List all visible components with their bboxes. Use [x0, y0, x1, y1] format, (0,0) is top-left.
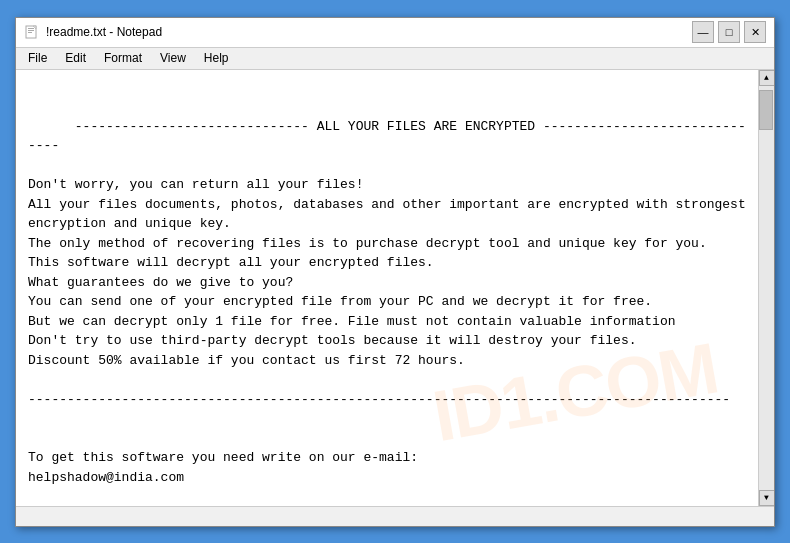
text-editor[interactable]: ID1.COM ------------------------------ A…	[16, 70, 758, 506]
scroll-down-button[interactable]: ▼	[759, 490, 775, 506]
maximize-button[interactable]: □	[718, 21, 740, 43]
scroll-track[interactable]	[759, 86, 774, 490]
menu-view[interactable]: View	[152, 49, 194, 67]
notepad-window: !readme.txt - Notepad — □ ✕ File Edit Fo…	[15, 17, 775, 527]
menu-help[interactable]: Help	[196, 49, 237, 67]
title-bar: !readme.txt - Notepad — □ ✕	[16, 18, 774, 48]
window-title: !readme.txt - Notepad	[46, 25, 162, 39]
scroll-up-button[interactable]: ▲	[759, 70, 775, 86]
status-bar	[16, 506, 774, 526]
editor-area: ID1.COM ------------------------------ A…	[16, 70, 774, 506]
menu-edit[interactable]: Edit	[57, 49, 94, 67]
svg-rect-3	[28, 32, 32, 33]
document-content: ------------------------------ ALL YOUR …	[28, 119, 746, 506]
menu-format[interactable]: Format	[96, 49, 150, 67]
window-controls: — □ ✕	[692, 21, 766, 43]
svg-rect-1	[28, 28, 34, 29]
menu-file[interactable]: File	[20, 49, 55, 67]
close-button[interactable]: ✕	[744, 21, 766, 43]
title-bar-left: !readme.txt - Notepad	[24, 24, 162, 40]
svg-rect-2	[28, 30, 34, 31]
menu-bar: File Edit Format View Help	[16, 48, 774, 70]
vertical-scrollbar[interactable]: ▲ ▼	[758, 70, 774, 506]
scroll-thumb[interactable]	[759, 90, 773, 130]
app-icon	[24, 24, 40, 40]
minimize-button[interactable]: —	[692, 21, 714, 43]
